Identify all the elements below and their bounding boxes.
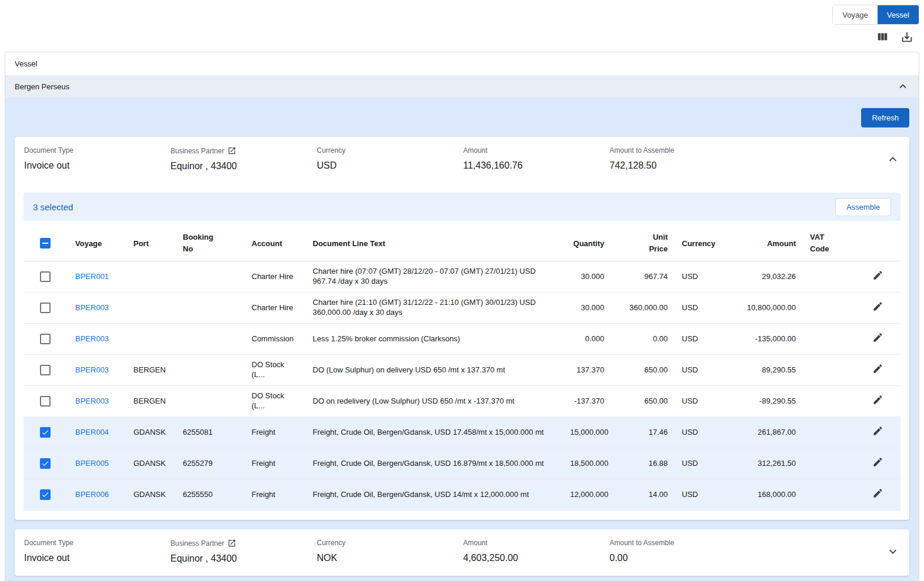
header-edit: [855, 226, 900, 261]
field-value: 742,128.50: [610, 160, 880, 171]
vessel-name: Bergen Perseus: [15, 82, 69, 91]
columns-icon[interactable]: [876, 31, 889, 43]
row-checkbox[interactable]: [40, 427, 51, 438]
assemble-button[interactable]: Assemble: [835, 198, 891, 216]
voyage-link[interactable]: BPER001: [75, 272, 109, 281]
download-icon[interactable]: [900, 31, 913, 43]
account-cell: Charter Hire: [245, 293, 306, 324]
row-checkbox[interactable]: [40, 303, 51, 313]
edit-icon[interactable]: [872, 363, 883, 374]
table-row: BPER003BERGENDO Stock (L...DO on redeliv…: [24, 386, 900, 417]
voyage-link[interactable]: BPER004: [75, 428, 109, 436]
voyage-toggle-button[interactable]: Voyage: [833, 5, 877, 24]
voyage-cell: BPER003: [68, 293, 126, 324]
document-line-text-cell: Freight, Crude Oil, Bergen/Gdansk, USD 1…: [306, 417, 563, 448]
open-in-new-icon[interactable]: [227, 146, 236, 155]
row-select-cell: [24, 448, 68, 479]
account-cell: Freight: [245, 479, 306, 511]
port-cell: BERGEN: [126, 386, 176, 417]
row-checkbox[interactable]: [40, 489, 51, 500]
currency-cell: USD: [675, 355, 729, 386]
edit-cell: [855, 479, 900, 511]
vessel-group-header[interactable]: Bergen Perseus: [5, 75, 919, 98]
voyage-link[interactable]: BPER003: [75, 365, 109, 374]
amount-cell: 10,800,000.00: [729, 293, 803, 324]
edit-cell: [855, 355, 900, 386]
edit-icon[interactable]: [872, 332, 883, 343]
edit-icon[interactable]: [872, 425, 883, 436]
voyage-link[interactable]: BPER003: [75, 397, 109, 405]
row-checkbox[interactable]: [40, 458, 51, 469]
header-port-label: Port: [133, 239, 149, 248]
currency-cell: USD: [675, 479, 729, 511]
header-select: [24, 226, 68, 261]
row-checkbox[interactable]: [40, 396, 51, 407]
voyage-link[interactable]: BPER003: [75, 303, 109, 312]
header-quantity-label: Quantity: [573, 239, 604, 248]
field-label-row: Business Partner: [170, 146, 311, 155]
field-value: Equinor , 43400: [170, 161, 311, 172]
quantity-cell: 30.000: [563, 293, 611, 324]
voyage-link[interactable]: BPER003: [75, 334, 109, 343]
table-row: BPER003CommissionLess 1.25% broker commi…: [24, 324, 900, 355]
field-label: Business Partner: [170, 539, 224, 548]
row-select-cell: [24, 261, 68, 293]
currency-cell: USD: [675, 417, 729, 448]
quantity-cell: 30.000: [563, 261, 611, 293]
field-label: Amount to Assemble: [610, 146, 880, 155]
field-amount: Amount 4,603,250.00: [463, 539, 610, 563]
edit-icon[interactable]: [872, 456, 883, 468]
open-in-new-icon[interactable]: [227, 539, 236, 548]
row-select-cell: [24, 386, 68, 417]
quantity-cell: 18,500.000: [563, 448, 611, 479]
document-line-text-cell: Freight, Crude Oil, Bergen/Gdansk, USD 1…: [306, 479, 563, 511]
refresh-button[interactable]: Refresh: [861, 108, 909, 127]
table-row: BPER004GDANSK6255081FreightFreight, Crud…: [24, 417, 900, 448]
account-cell: Charter Hire: [245, 261, 306, 293]
edit-icon[interactable]: [872, 270, 883, 281]
row-select-cell: [24, 417, 68, 448]
field-value: Invoice out: [24, 553, 165, 563]
document-line-text-cell: Less 1.25% broker commission (Clarksons): [306, 324, 563, 355]
expand-document-icon[interactable]: [886, 545, 900, 559]
header-voyage-label: Voyage: [75, 239, 102, 248]
row-checkbox[interactable]: [40, 365, 51, 375]
port-cell: BERGEN: [126, 355, 176, 386]
table-row: BPER003Charter HireCharter hire (21:10 (…: [24, 293, 900, 324]
header-currency-label: Currency: [682, 239, 715, 248]
port-cell: GDANSK: [126, 448, 176, 479]
row-select-cell: [24, 479, 68, 511]
header-booking-no: Booking No: [176, 226, 245, 261]
field-business-partner: Business Partner Equinor , 43400: [170, 146, 317, 172]
collapse-chevron-up-icon[interactable]: [896, 80, 909, 93]
collapse-document-icon[interactable]: [886, 152, 900, 166]
row-checkbox[interactable]: [40, 271, 51, 282]
field-label: Business Partner: [170, 147, 224, 155]
edit-cell: [855, 293, 900, 324]
unit-price-cell: 650.00: [611, 355, 675, 386]
table-row: BPER001Charter HireCharter hire (07:07 (…: [24, 261, 900, 293]
document-line-text-cell: DO on redelivery (Low Sulphur) USD 650 /…: [306, 386, 563, 417]
select-all-checkbox[interactable]: [40, 238, 51, 248]
port-cell: GDANSK: [126, 479, 176, 511]
booking-no-cell: [176, 355, 245, 386]
selection-bar: 3 selected Assemble: [24, 193, 900, 221]
table-header-row: Voyage Port Booking No Account Document …: [24, 226, 900, 261]
account-cell: DO Stock (L...: [245, 386, 306, 417]
currency-cell: USD: [675, 386, 729, 417]
voyage-link[interactable]: BPER005: [75, 459, 109, 468]
header-account: Account: [245, 226, 306, 261]
field-value: Invoice out: [24, 160, 165, 171]
vat-code-cell: [803, 355, 855, 386]
edit-icon[interactable]: [872, 394, 883, 405]
row-checkbox[interactable]: [40, 334, 51, 344]
voyage-link[interactable]: BPER006: [75, 490, 109, 499]
vessel-toggle-button[interactable]: Vessel: [878, 5, 919, 24]
voyage-cell: BPER006: [68, 479, 126, 511]
booking-no-cell: 6255550: [176, 479, 245, 511]
booking-no-cell: 6255081: [176, 417, 245, 448]
edit-icon[interactable]: [872, 301, 883, 312]
field-label: Amount to Assemble: [610, 539, 880, 547]
currency-cell: USD: [675, 293, 729, 324]
edit-icon[interactable]: [872, 488, 883, 499]
